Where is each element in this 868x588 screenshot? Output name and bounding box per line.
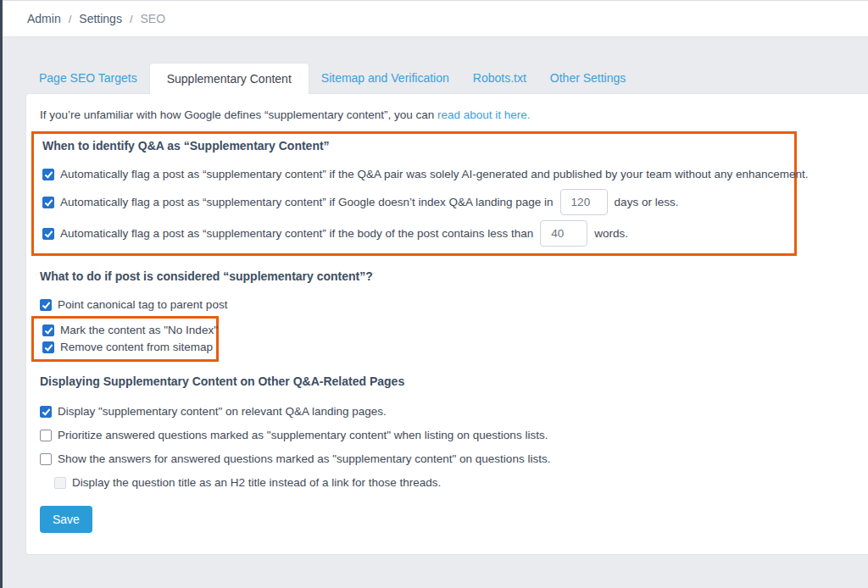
checkbox-row-remove-sitemap: Remove content from sitemap bbox=[42, 341, 208, 353]
checkbox-ai-generated[interactable] bbox=[42, 169, 54, 180]
checkbox-label: Point canonical tag to parent post bbox=[58, 298, 227, 311]
checkbox-label: Automatically flag a post as “supplement… bbox=[60, 227, 533, 240]
checkbox-label: Remove content from sitemap bbox=[60, 341, 213, 353]
checkbox-row-h2-title: Display the question title as an H2 titl… bbox=[54, 476, 864, 489]
checkbox-show-answers[interactable] bbox=[40, 453, 52, 465]
intro-text: If you’re unfamiliar with how Google def… bbox=[40, 108, 864, 121]
checkbox-remove-sitemap[interactable] bbox=[42, 341, 54, 353]
breadcrumb-settings[interactable]: Settings bbox=[79, 12, 122, 25]
save-button[interactable]: Save bbox=[40, 506, 92, 533]
section-heading-identify: When to identify Q&A as “Supplementary C… bbox=[42, 139, 786, 153]
checkbox-label: Display the question title as an H2 titl… bbox=[72, 476, 441, 489]
checkbox-row-word-count: Automatically flag a post as “supplement… bbox=[42, 220, 786, 247]
checkbox-google-index-days[interactable] bbox=[42, 197, 54, 208]
checkbox-row-prioritize: Prioritize answered questions marked as … bbox=[40, 429, 864, 441]
left-edge-panel bbox=[0, 0, 3, 588]
checkbox-label: Display "supplementary content" on relev… bbox=[58, 405, 387, 418]
checkbox-label: Prioritize answered questions marked as … bbox=[58, 429, 548, 441]
checkbox-label: Automatically flag a post as “supplement… bbox=[60, 168, 809, 180]
section-heading-what-to-do: What to do if post is considered “supple… bbox=[40, 269, 864, 283]
tab-robots-txt[interactable]: Robots.txt bbox=[461, 63, 538, 93]
checkbox-word-count[interactable] bbox=[42, 228, 54, 240]
checkbox-row-display-landing: Display "supplementary content" on relev… bbox=[40, 405, 864, 418]
section-heading-displaying: Displaying Supplementary Content on Othe… bbox=[40, 374, 864, 388]
breadcrumb-separator: / bbox=[69, 13, 72, 25]
intro-text-body: If you’re unfamiliar with how Google def… bbox=[40, 108, 434, 121]
checkbox-row-ai-generated: Automatically flag a post as “supplement… bbox=[42, 168, 786, 180]
tab-sitemap-and-verification[interactable]: Sitemap and Verification bbox=[309, 63, 461, 93]
tab-page-seo-targets[interactable]: Page SEO Targets bbox=[27, 63, 149, 93]
breadcrumb-seo: SEO bbox=[141, 12, 166, 25]
checkbox-canonical-tag[interactable] bbox=[40, 299, 52, 311]
checkbox-label-suffix: words. bbox=[594, 227, 628, 240]
breadcrumb-admin[interactable]: Admin bbox=[27, 12, 61, 25]
checkbox-row-show-answers: Show the answers for answered questions … bbox=[40, 452, 864, 465]
checkbox-label-suffix: days or less. bbox=[615, 196, 679, 208]
days-input[interactable] bbox=[560, 189, 608, 215]
tab-other-settings[interactable]: Other Settings bbox=[538, 63, 638, 93]
checkbox-display-landing[interactable] bbox=[40, 406, 52, 418]
highlight-box-noindex-sitemap: Mark the content as "No Index" Remove co… bbox=[31, 316, 219, 362]
checkbox-prioritize-answered[interactable] bbox=[40, 430, 52, 441]
checkbox-label: Automatically flag a post as “supplement… bbox=[60, 196, 554, 208]
words-input[interactable] bbox=[540, 220, 587, 247]
breadcrumb-separator: / bbox=[130, 13, 133, 25]
checkbox-label: Mark the content as "No Index" bbox=[60, 324, 218, 336]
read-about-it-link[interactable]: read about it here. bbox=[437, 108, 531, 121]
checkbox-row-no-index: Mark the content as "No Index" bbox=[42, 324, 208, 336]
settings-tabs: Page SEO Targets Supplementary Content S… bbox=[27, 37, 868, 93]
checkbox-row-google-index-days: Automatically flag a post as “supplement… bbox=[42, 189, 786, 215]
settings-panel: If you’re unfamiliar with how Google def… bbox=[25, 93, 868, 555]
tab-supplementary-content[interactable]: Supplementary Content bbox=[149, 63, 309, 94]
checkbox-h2-title[interactable] bbox=[54, 477, 66, 489]
checkbox-row-canonical: Point canonical tag to parent post bbox=[40, 298, 864, 311]
breadcrumb: Admin / Settings / SEO bbox=[0, 0, 868, 37]
checkbox-no-index[interactable] bbox=[42, 325, 54, 336]
highlight-box-identify-section: When to identify Q&A as “Supplementary C… bbox=[31, 131, 797, 256]
checkbox-label: Show the answers for answered questions … bbox=[58, 452, 550, 465]
